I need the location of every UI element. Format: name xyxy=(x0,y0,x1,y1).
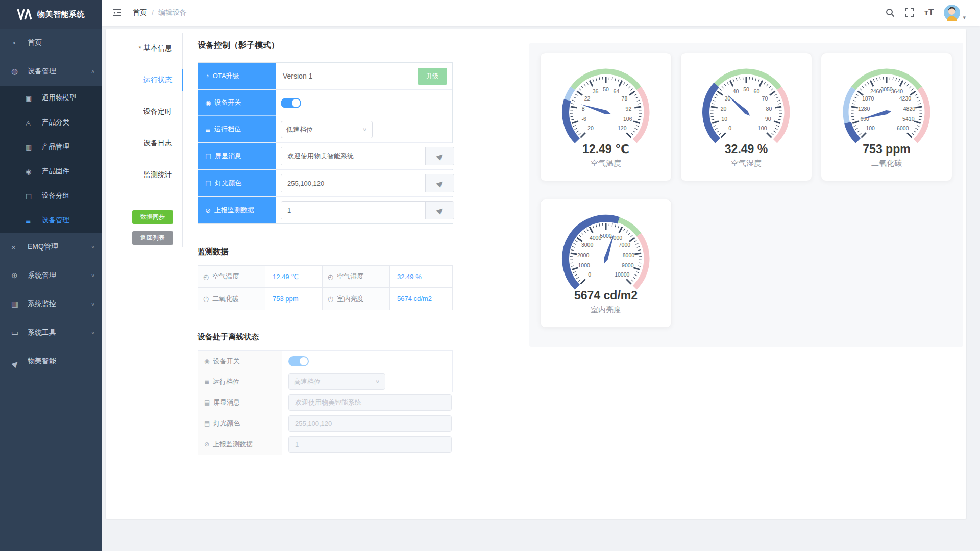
device-switch-row: ◉设备开关 xyxy=(198,89,452,116)
svg-text:8000: 8000 xyxy=(623,252,635,258)
tab-basic-info[interactable]: * 基本信息 xyxy=(126,33,182,64)
svg-text:0: 0 xyxy=(588,271,591,278)
svg-text:70: 70 xyxy=(762,95,768,102)
gauge-svg: 1006901280187024603050364042304820541060… xyxy=(825,60,948,168)
document-icon: ▤ xyxy=(205,179,211,187)
tab-monitor-stats[interactable]: 监测统计 xyxy=(126,159,182,191)
tab-running-status[interactable]: 运行状态 xyxy=(126,64,182,96)
sidebar-item-device-group[interactable]: ▤ 设备分组 xyxy=(0,184,102,208)
gauge-title: 空气湿度 xyxy=(731,159,762,167)
font-size-icon[interactable]: ᴛT xyxy=(924,8,934,18)
system-manage-icon: ⊕ xyxy=(11,271,23,280)
device-switch-toggle[interactable] xyxy=(281,98,301,108)
tab-device-log[interactable]: 设备日志 xyxy=(126,128,182,159)
svg-text:92: 92 xyxy=(626,106,632,112)
sidebar-item-wumei[interactable]: ▶ 物美智能 xyxy=(0,347,102,375)
svg-text:20: 20 xyxy=(721,106,727,112)
gauge-icon: ◴ xyxy=(328,295,333,303)
send-message-button[interactable]: ▶ xyxy=(425,147,454,165)
run-gear-row: ≣运行档位 低速档位 ∨ xyxy=(198,116,452,142)
svg-text:50: 50 xyxy=(743,86,749,92)
breadcrumb-separator: / xyxy=(152,9,154,17)
svg-text:9000: 9000 xyxy=(622,262,634,268)
monitor-value: 12.49 ℃ xyxy=(265,266,323,288)
app-title: 物美智能系统 xyxy=(37,10,85,19)
offline-device-switch-toggle xyxy=(288,356,309,366)
sidebar-item-product-firmware[interactable]: ◉ 产品固件 xyxy=(0,159,102,184)
firmware-version: Version 1 xyxy=(283,72,312,80)
device-list-icon: ≣ xyxy=(26,217,38,224)
screen-message-input[interactable] xyxy=(281,147,425,165)
sidebar-item-thing-model[interactable]: ▣ 通用物模型 xyxy=(0,86,102,110)
chevron-up-icon: ∧ xyxy=(91,69,95,74)
send-color-button[interactable]: ▶ xyxy=(425,174,454,192)
sidebar-item-system-monitor[interactable]: ▥ 系统监控 ∨ xyxy=(0,290,102,318)
product-category-icon: ◬ xyxy=(26,119,38,127)
device-group-icon: ▤ xyxy=(26,192,38,200)
offline-gear-row: ≣运行档位 高速档位 ∨ xyxy=(198,371,452,392)
emq-icon: × xyxy=(11,243,23,252)
send-icon: ▶ xyxy=(434,178,445,189)
svg-text:40: 40 xyxy=(733,88,739,94)
chevron-down-icon: ∨ xyxy=(91,302,95,307)
chevron-down-icon: ∨ xyxy=(91,273,95,278)
svg-text:1870: 1870 xyxy=(862,95,874,102)
offline-state-title: 设备处于离线状态 xyxy=(198,332,453,342)
svg-text:-20: -20 xyxy=(586,125,594,131)
sidebar-item-emq[interactable]: × EMQ管理 ∨ xyxy=(0,233,102,261)
breadcrumb: 首页 / 编辑设备 xyxy=(133,8,187,17)
back-to-list-button[interactable]: 返回列表 xyxy=(132,231,173,245)
gauge-icon: ◴ xyxy=(203,273,209,281)
offline-switch-row: ◉设备开关 xyxy=(198,351,452,371)
sidebar-toggle-icon[interactable] xyxy=(112,8,122,17)
sidebar-item-product-category[interactable]: ◬ 产品分类 xyxy=(0,110,102,135)
topbar: 首页 / 编辑设备 ᴛT ▾ xyxy=(102,0,980,26)
product-manage-icon: ▦ xyxy=(26,143,38,151)
report-data-input[interactable] xyxy=(281,202,425,219)
user-menu[interactable]: ▾ xyxy=(944,5,966,21)
sidebar-item-system-manage[interactable]: ⊕ 系统管理 ∨ xyxy=(0,261,102,290)
svg-text:100: 100 xyxy=(866,125,875,131)
sidebar-item-home[interactable]: ◔ 首页 xyxy=(0,29,102,57)
thing-model-icon: ▣ xyxy=(26,94,38,102)
topbar-actions: ᴛT ▾ xyxy=(886,5,966,21)
search-icon[interactable] xyxy=(886,8,895,17)
shadow-control-table: ◔OTA升级 Version 1 升级 ◉设备开关 ≣运行档位 低速档位 ∨ xyxy=(198,62,453,224)
monitor-value: 5674 cd/m2 xyxy=(390,288,453,310)
avatar xyxy=(944,5,960,21)
device-manage-icon: ◍ xyxy=(11,67,23,76)
gauge-value: 12.49 ℃ xyxy=(582,142,629,156)
send-report-button[interactable]: ▶ xyxy=(425,202,454,219)
breadcrumb-home[interactable]: 首页 xyxy=(133,8,147,17)
svg-text:60: 60 xyxy=(754,88,760,94)
product-firmware-icon: ◉ xyxy=(26,168,38,176)
run-gear-select[interactable]: 低速档位 ∨ xyxy=(281,121,373,138)
gear-level-icon: ≣ xyxy=(204,378,209,385)
svg-text:5410: 5410 xyxy=(902,116,915,122)
sidebar-item-product-manage[interactable]: ▦ 产品管理 xyxy=(0,135,102,159)
document-icon: ▤ xyxy=(204,399,210,406)
upgrade-button[interactable]: 升级 xyxy=(418,68,447,85)
offline-state-section: 设备处于离线状态 ◉设备开关 ≣运行档位 高速档位 ∨ ▤屏显消息 xyxy=(198,332,453,455)
tab-device-timer[interactable]: 设备定时 xyxy=(126,96,182,128)
sidebar-item-device-manage[interactable]: ◍ 设备管理 ∧ xyxy=(0,57,102,86)
system-monitor-icon: ▥ xyxy=(11,299,23,309)
offline-message-row: ▤屏显消息 xyxy=(198,392,452,413)
offline-table: ◉设备开关 ≣运行档位 高速档位 ∨ ▤屏显消息 xyxy=(198,350,453,455)
dashboard-icon: ◔ xyxy=(11,39,23,47)
gauge-card: 010203040506070809010032.49 %空气湿度 xyxy=(680,53,812,181)
monitor-data-section: 监测数据 ◴空气温度 12.49 ℃ ◴空气湿度 32.49 % ◴二氧化碳 7… xyxy=(198,247,453,310)
offline-report-row: ⊘上报监测数据 xyxy=(198,434,452,455)
data-sync-button[interactable]: 数据同步 xyxy=(132,210,173,224)
monitor-data-title: 监测数据 xyxy=(198,247,453,257)
fullscreen-icon[interactable] xyxy=(905,8,914,17)
svg-text:90: 90 xyxy=(765,116,771,122)
sidebar-item-system-tools[interactable]: ▭ 系统工具 ∨ xyxy=(0,318,102,347)
app-logo[interactable]: 物美智能系统 xyxy=(0,0,102,29)
svg-text:0: 0 xyxy=(728,125,731,131)
svg-text:6000: 6000 xyxy=(897,125,909,131)
sidebar-item-device-list[interactable]: ≣ 设备管理 xyxy=(0,208,102,233)
light-color-input[interactable] xyxy=(281,174,425,192)
svg-text:10000: 10000 xyxy=(615,271,629,278)
svg-text:106: 106 xyxy=(623,116,632,122)
